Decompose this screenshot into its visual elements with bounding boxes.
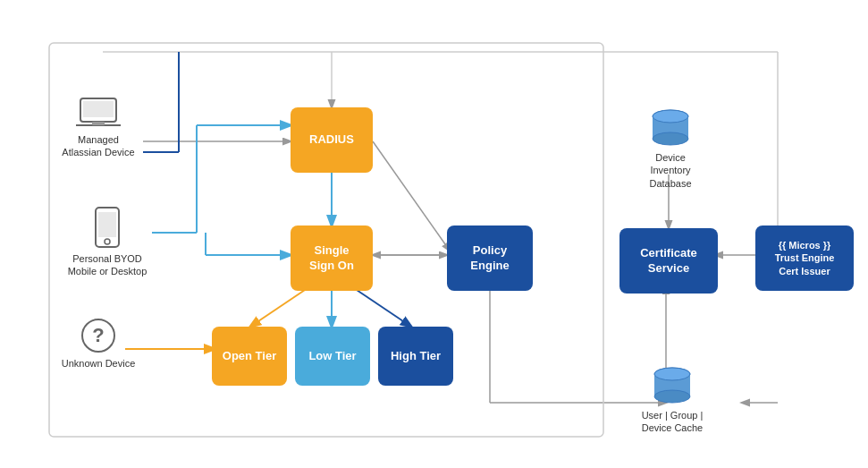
managed-device-icon: Managed Atlassian Device [58,94,139,159]
diagram: Managed Atlassian Device Personal BYOD M… [0,0,868,468]
policy-engine-node: Policy Engine [447,225,533,291]
svg-point-33 [105,239,110,244]
svg-point-39 [653,110,688,123]
svg-point-38 [653,132,688,145]
byod-icon: Personal BYOD Mobile or Desktop [67,206,147,278]
unknown-device-icon: ? Unknown Device [58,318,139,370]
svg-rect-30 [92,122,105,125]
svg-rect-32 [98,212,116,237]
micros-node: {{ Micros }} Trust Engine Cert Issuer [755,225,854,291]
sso-node: Single Sign On [291,225,373,291]
user-group-cache-label: User | Group | Device Cache [636,409,708,435]
byod-label: Personal BYOD Mobile or Desktop [67,252,147,278]
svg-rect-28 [83,101,114,117]
svg-line-5 [373,141,450,251]
user-group-cache-icon: User | Group | Device Cache [636,365,708,435]
svg-point-42 [654,390,690,403]
svg-line-24 [349,285,411,327]
open-tier-node: Open Tier [212,327,287,386]
device-inventory-label: Device Inventory Database [635,151,706,190]
radius-node: RADIUS [291,107,373,173]
svg-text:?: ? [92,324,104,346]
device-inventory-icon: Device Inventory Database [635,107,706,190]
low-tier-node: Low Tier [295,327,370,386]
cert-service-node: Certificate Service [619,228,718,294]
managed-device-label: Managed Atlassian Device [58,133,139,159]
unknown-device-label: Unknown Device [62,357,136,370]
svg-line-22 [250,285,313,327]
svg-point-43 [654,368,690,380]
high-tier-node: High Tier [378,327,453,386]
